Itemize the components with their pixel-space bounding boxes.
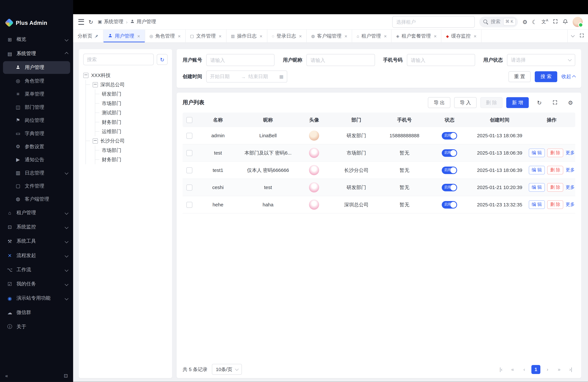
fullscreen-icon[interactable]	[553, 19, 558, 25]
next-page-button[interactable]: ›	[543, 365, 552, 374]
edit-button[interactable]: 编 辑	[529, 149, 545, 157]
tree-collapse-icon[interactable]	[92, 82, 98, 87]
status-toggle[interactable]: 启用	[442, 132, 457, 139]
sidebar-item-demo-features[interactable]: ◉ 演示站专用功能	[0, 291, 73, 305]
row-checkbox[interactable]	[187, 202, 192, 208]
table-refresh-icon[interactable]: ↻	[535, 99, 544, 106]
bell-icon[interactable]	[563, 19, 568, 25]
tab-fullscreen-icon[interactable]	[579, 33, 584, 39]
user-avatar[interactable]	[573, 17, 583, 27]
date-range-picker[interactable]: 开始日期 → 结束日期 ▦	[206, 71, 287, 83]
edit-button[interactable]: 编 辑	[529, 200, 545, 209]
sidebar-item-dict-management[interactable]: ▭ 字典管理	[0, 127, 73, 140]
page-size-select[interactable]: 10条/页	[212, 364, 242, 375]
add-button[interactable]: 新 增	[506, 97, 529, 108]
more-button[interactable]: 更多	[566, 150, 575, 156]
close-icon[interactable]: ×	[178, 33, 181, 39]
account-input[interactable]	[206, 54, 274, 66]
sidebar-item-dept-management[interactable]: ◫ 部门管理	[0, 101, 73, 114]
tree-node-leaf[interactable]: 财务部门	[95, 155, 168, 164]
close-icon[interactable]: ×	[344, 33, 347, 39]
edit-button[interactable]: 编 辑	[529, 183, 545, 192]
status-toggle[interactable]: 启用	[442, 184, 457, 191]
select-all-checkbox[interactable]	[187, 117, 192, 123]
export-button[interactable]: 导 出	[428, 97, 450, 108]
table-fullscreen-icon[interactable]	[550, 99, 560, 106]
sidebar-item-system-management[interactable]: ▤ 系统管理	[0, 46, 73, 61]
sidebar-item-wechat-group[interactable]: ☁ 微信群	[0, 305, 73, 319]
close-icon[interactable]: ×	[434, 33, 437, 39]
status-toggle[interactable]: 启用	[442, 149, 457, 157]
delete-button[interactable]: 删 除	[480, 97, 503, 108]
tenant-select-input[interactable]	[392, 16, 475, 28]
hamburger-menu-icon[interactable]	[78, 19, 84, 24]
table-settings-icon[interactable]: ⚙	[566, 99, 575, 106]
tree-refresh-button[interactable]: ↻	[157, 54, 168, 65]
global-search-button[interactable]: 搜索 ⌘ K	[479, 16, 518, 27]
sidebar-item-post-management[interactable]: ⚑ 岗位管理	[0, 114, 73, 127]
gear-icon[interactable]: ⚙	[522, 19, 527, 24]
tab-client-management[interactable]: ◍ 客户端管理 ×	[307, 30, 352, 42]
search-button[interactable]: 搜 索	[535, 71, 557, 82]
tab-login-log[interactable]: ◌ 登录日志 ×	[267, 30, 307, 42]
more-button[interactable]: 更多	[566, 201, 575, 208]
refresh-icon[interactable]: ↻	[88, 19, 93, 24]
sidebar-item-process-initiation[interactable]: ✕ 流程发起	[0, 248, 73, 263]
sidebar-item-workflow[interactable]: ⌥ 工作流	[0, 263, 73, 277]
sidebar-item-my-tasks[interactable]: ☑ 我的任务	[0, 277, 73, 291]
collapse-filters-link[interactable]: 收起	[561, 73, 575, 80]
dock-toggle-icon[interactable]: ⊡	[64, 373, 68, 378]
sidebar-item-about[interactable]: ⓘ 关于	[0, 319, 73, 334]
row-delete-button[interactable]: 删 除	[547, 183, 564, 192]
row-checkbox[interactable]	[187, 150, 192, 156]
breadcrumb-item-users[interactable]: 用户管理	[130, 18, 156, 25]
tree-node-branch[interactable]: 长沙分公司	[86, 136, 168, 146]
sidebar-item-overview[interactable]: ⊞ 概览	[0, 32, 73, 46]
dark-mode-icon[interactable]: ☾	[532, 19, 537, 24]
translate-icon[interactable]: 文A	[542, 18, 548, 25]
row-delete-button[interactable]: 删 除	[547, 200, 564, 209]
row-delete-button[interactable]: 删 除	[547, 166, 564, 174]
sidebar-item-menu-management[interactable]: ≡ 菜单管理	[0, 87, 73, 101]
app-logo[interactable]: Plus Admin	[0, 14, 73, 31]
tab-role-management[interactable]: ◎ 角色管理 ×	[145, 30, 186, 42]
close-icon[interactable]: ×	[137, 33, 140, 39]
tab-operation-log[interactable]: ▥ 操作日志 ×	[226, 30, 267, 42]
row-checkbox[interactable]	[187, 133, 192, 139]
sidebar-item-system-tools[interactable]: ⚒ 系统工具	[0, 234, 73, 248]
status-toggle[interactable]: 启用	[442, 201, 457, 208]
breadcrumb-item-system[interactable]: ▣ 系统管理	[98, 18, 123, 25]
status-toggle[interactable]: 启用	[442, 166, 457, 174]
sidebar-item-tenant-management[interactable]: ⌂ 租户管理	[0, 206, 73, 220]
close-icon[interactable]: ×	[474, 33, 476, 39]
row-checkbox[interactable]	[187, 185, 192, 191]
tree-node-leaf[interactable]: 财务部门	[95, 117, 168, 127]
tree-node-root[interactable]: XXX科技	[83, 71, 168, 80]
tree-node-leaf[interactable]: 研发部门	[95, 89, 168, 99]
close-icon[interactable]: ×	[299, 33, 302, 39]
more-button[interactable]: 更多	[566, 167, 575, 173]
sidebar-item-file-management[interactable]: ▢ 文件管理	[0, 179, 73, 192]
row-delete-button[interactable]: 删 除	[547, 149, 564, 157]
tree-node-leaf[interactable]: 市场部门	[95, 99, 168, 108]
tree-collapse-icon[interactable]	[83, 73, 88, 78]
tab-cache-monitor[interactable]: ◆ 缓存监控 ×	[441, 30, 481, 42]
tree-node-branch[interactable]: 深圳总公司	[86, 80, 168, 89]
tab-user-management[interactable]: 用户管理 ×	[104, 30, 145, 42]
last-page-button[interactable]: ›|	[566, 365, 575, 374]
sidebar-item-system-monitor[interactable]: ⊡ 系统监控	[0, 220, 73, 234]
row-checkbox[interactable]	[187, 167, 192, 173]
reset-button[interactable]: 重 置	[508, 71, 531, 82]
next-fast-button[interactable]: »	[555, 365, 564, 374]
tree-collapse-icon[interactable]	[92, 138, 98, 144]
status-select[interactable]: 请选择	[507, 54, 575, 66]
tab-list-dropdown-icon[interactable]	[571, 34, 575, 37]
sidebar-item-log-management[interactable]: ▥ 日志管理	[0, 166, 73, 179]
sidebar-item-param-settings[interactable]: ⚙ 参数设置	[0, 140, 73, 153]
tree-node-leaf[interactable]: 测试部门	[95, 108, 168, 117]
close-icon[interactable]: ×	[260, 33, 262, 39]
tree-node-leaf[interactable]: 市场部门	[95, 146, 168, 155]
tree-search-input[interactable]	[83, 54, 154, 65]
prev-page-button[interactable]: ‹	[520, 365, 529, 374]
more-button[interactable]: 更多	[566, 184, 575, 191]
